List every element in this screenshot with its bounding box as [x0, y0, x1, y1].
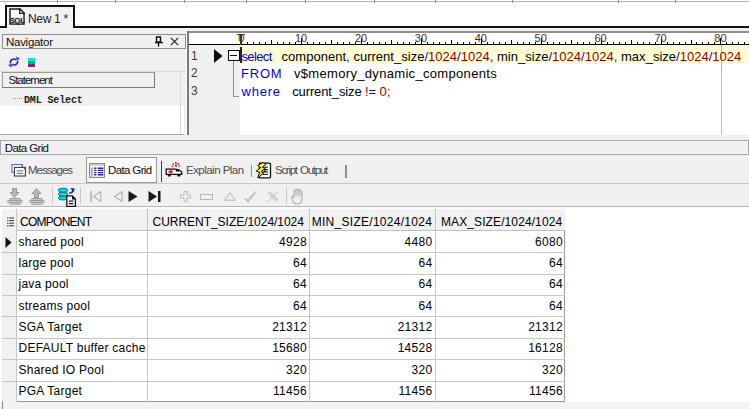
svg-text:SQL: SQL [9, 16, 25, 25]
